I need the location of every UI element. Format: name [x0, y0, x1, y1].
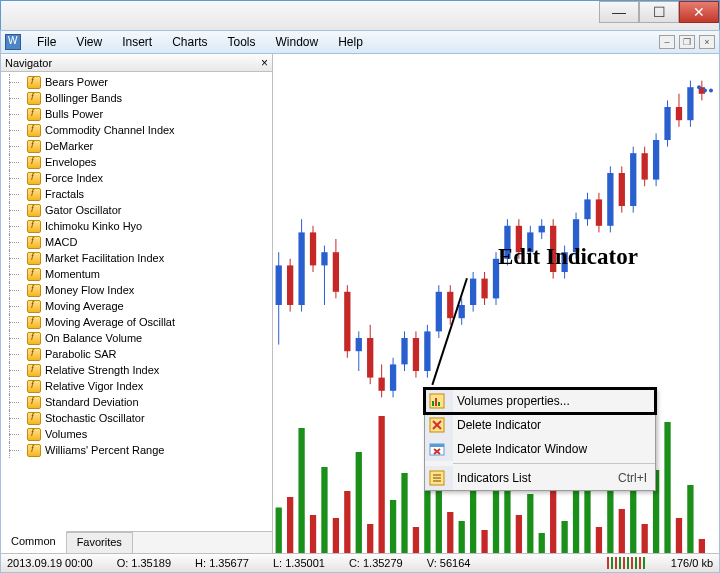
navigator-item-label: Gator Oscillator: [45, 204, 121, 216]
navigator-item[interactable]: Fractals: [21, 186, 272, 202]
svg-rect-80: [321, 467, 327, 553]
menu-item-label: Delete Indicator Window: [457, 442, 587, 456]
navigator-item[interactable]: Relative Vigor Index: [21, 378, 272, 394]
menu-indicators-list[interactable]: Indicators List Ctrl+I: [425, 466, 655, 490]
navigator-item[interactable]: Moving Average: [21, 298, 272, 314]
tab-common[interactable]: Common: [1, 531, 67, 553]
window-minimize-button[interactable]: —: [599, 1, 639, 23]
svg-rect-29: [436, 292, 442, 332]
svg-rect-21: [390, 364, 396, 390]
menu-delete-indicator[interactable]: Delete Indicator: [425, 413, 655, 437]
statusbar: 2013.09.19 00:00 O: 1.35189 H: 1.35677 L…: [0, 553, 720, 573]
svg-rect-110: [664, 422, 670, 553]
indicator-icon: [27, 188, 41, 201]
svg-rect-57: [596, 199, 602, 225]
navigator-tree[interactable]: Bears PowerBollinger BandsBulls PowerCom…: [1, 72, 272, 531]
indicator-icon: [27, 412, 41, 425]
menu-charts[interactable]: Charts: [162, 33, 217, 51]
svg-rect-47: [539, 226, 545, 233]
menu-insert[interactable]: Insert: [112, 33, 162, 51]
svg-rect-83: [356, 452, 362, 553]
indicator-icon: [27, 300, 41, 313]
svg-rect-85: [378, 416, 384, 553]
menu-item-label: Volumes properties...: [457, 394, 570, 408]
menubar: FileViewInsertChartsToolsWindowHelp – ❐ …: [0, 30, 720, 54]
svg-rect-93: [470, 488, 476, 553]
navigator-item[interactable]: Stochastic Oscillator: [21, 410, 272, 426]
list-icon: [429, 470, 445, 486]
navigator-item[interactable]: Market Facilitation Index: [21, 250, 272, 266]
navigator-item[interactable]: Bollinger Bands: [21, 90, 272, 106]
svg-rect-113: [699, 539, 705, 553]
svg-rect-15: [356, 338, 362, 351]
navigator-item[interactable]: MACD: [21, 234, 272, 250]
navigator-item[interactable]: Commodity Channel Index: [21, 122, 272, 138]
navigator-item[interactable]: Bears Power: [21, 74, 272, 90]
navigator-item[interactable]: Ichimoku Kinko Hyo: [21, 218, 272, 234]
navigator-item[interactable]: Envelopes: [21, 154, 272, 170]
indicator-icon: [27, 380, 41, 393]
navigator-item-label: On Balance Volume: [45, 332, 142, 344]
navigator-item-label: Ichimoku Kinko Hyo: [45, 220, 142, 232]
navigator-item-label: Relative Strength Index: [45, 364, 159, 376]
navigator-item[interactable]: Gator Oscillator: [21, 202, 272, 218]
indicator-icon: [27, 348, 41, 361]
menu-volumes-properties[interactable]: Volumes properties...: [425, 389, 655, 413]
svg-rect-112: [687, 485, 693, 553]
navigator-item[interactable]: DeMarker: [21, 138, 272, 154]
tab-favorites[interactable]: Favorites: [67, 532, 133, 553]
svg-rect-76: [276, 508, 282, 554]
svg-point-115: [703, 89, 707, 93]
window-close-button[interactable]: ✕: [679, 1, 719, 23]
annotation-label: Edit Indicator: [498, 244, 638, 270]
svg-rect-79: [310, 515, 316, 553]
svg-rect-89: [424, 485, 430, 553]
navigator-item[interactable]: Williams' Percent Range: [21, 442, 272, 458]
navigator-item[interactable]: Standard Deviation: [21, 394, 272, 410]
svg-rect-27: [424, 331, 430, 371]
navigator-item-label: Money Flow Index: [45, 284, 134, 296]
mdi-minimize-button[interactable]: –: [659, 35, 675, 49]
svg-rect-67: [653, 140, 659, 180]
navigator-item[interactable]: On Balance Volume: [21, 330, 272, 346]
navigator-item-label: Commodity Channel Index: [45, 124, 175, 136]
navigator-panel: Navigator × Bears PowerBollinger BandsBu…: [1, 54, 273, 553]
menu-help[interactable]: Help: [328, 33, 373, 51]
navigator-item-label: Momentum: [45, 268, 100, 280]
window-maximize-button[interactable]: ☐: [639, 1, 679, 23]
indicator-icon: [27, 364, 41, 377]
indicator-icon: [27, 124, 41, 137]
navigator-close-icon[interactable]: ×: [261, 56, 268, 70]
indicator-icon: [27, 396, 41, 409]
menu-delete-indicator-window[interactable]: Delete Indicator Window: [425, 437, 655, 461]
indicator-icon: [27, 316, 41, 329]
navigator-item[interactable]: Relative Strength Index: [21, 362, 272, 378]
navigator-item[interactable]: Moving Average of Oscillat: [21, 314, 272, 330]
menu-file[interactable]: File: [27, 33, 66, 51]
navigator-item-label: DeMarker: [45, 140, 93, 152]
menu-separator: [453, 463, 655, 464]
mdi-restore-button[interactable]: ❐: [679, 35, 695, 49]
svg-rect-33: [459, 305, 465, 318]
connection-bars-icon: [607, 557, 647, 569]
navigator-item[interactable]: Money Flow Index: [21, 282, 272, 298]
menu-tools[interactable]: Tools: [218, 33, 266, 51]
navigator-item-label: Force Index: [45, 172, 103, 184]
navigator-item[interactable]: Force Index: [21, 170, 272, 186]
status-open: O: 1.35189: [117, 557, 171, 569]
svg-rect-84: [367, 524, 373, 553]
navigator-item-label: Parabolic SAR: [45, 348, 117, 360]
window-controls: — ☐ ✕: [599, 1, 719, 30]
mdi-close-button[interactable]: ×: [699, 35, 715, 49]
menu-view[interactable]: View: [66, 33, 112, 51]
svg-rect-71: [676, 107, 682, 120]
svg-point-114: [697, 85, 701, 89]
indicator-icon: [27, 204, 41, 217]
navigator-item[interactable]: Volumes: [21, 426, 272, 442]
menu-window[interactable]: Window: [266, 33, 329, 51]
navigator-item[interactable]: Parabolic SAR: [21, 346, 272, 362]
volumes-props-icon: [429, 393, 445, 409]
navigator-item-label: Bollinger Bands: [45, 92, 122, 104]
navigator-item[interactable]: Bulls Power: [21, 106, 272, 122]
navigator-item[interactable]: Momentum: [21, 266, 272, 282]
